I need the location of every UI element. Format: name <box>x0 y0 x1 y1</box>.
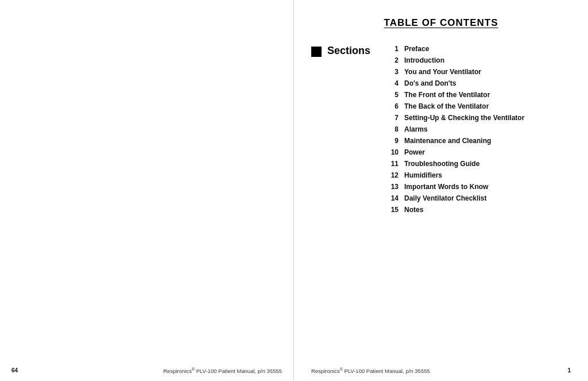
toc-row: 13Important Words to Know <box>386 183 571 191</box>
toc-body: Sections 1Preface2Introduction3You and Y… <box>311 45 571 364</box>
toc-row: 1Preface <box>386 45 571 53</box>
left-page-footer: 64 Respironics® PLV-100 Patient Manual, … <box>11 367 282 374</box>
toc-row: 12Humidifiers <box>386 171 571 179</box>
toc-title: TABLE OF CONTENTS <box>311 17 571 29</box>
sections-text: Sections <box>327 45 370 57</box>
toc-label: Important Words to Know <box>404 183 488 191</box>
toc-number: 6 <box>386 102 404 110</box>
toc-label: Alarms <box>404 125 428 133</box>
page-spread: 64 Respironics® PLV-100 Patient Manual, … <box>0 0 588 381</box>
toc-number: 2 <box>386 56 404 64</box>
sections-square-icon <box>311 47 322 57</box>
toc-label: Setting-Up & Checking the Ventilator <box>404 114 524 122</box>
toc-number: 1 <box>386 45 404 53</box>
toc-number: 12 <box>386 171 404 179</box>
left-page: 64 Respironics® PLV-100 Patient Manual, … <box>0 0 294 381</box>
toc-number: 5 <box>386 91 404 99</box>
toc-row: 6The Back of the Ventilator <box>386 102 571 110</box>
toc-label: The Front of the Ventilator <box>404 91 490 99</box>
toc-number: 15 <box>386 206 404 214</box>
right-page-number: 1 <box>567 367 571 374</box>
toc-label: Do's and Don'ts <box>404 79 456 87</box>
toc-row: 2Introduction <box>386 56 571 64</box>
toc-label: Notes <box>404 206 423 214</box>
toc-number: 7 <box>386 114 404 122</box>
toc-row: 3You and Your Ventilator <box>386 68 571 76</box>
toc-label: The Back of the Ventilator <box>404 102 489 110</box>
toc-label: Power <box>404 148 425 156</box>
right-footer-text: Respironics® PLV-100 Patient Manual, p/n… <box>311 367 430 374</box>
toc-label: Troubleshooting Guide <box>404 160 479 168</box>
toc-row: 15Notes <box>386 206 571 214</box>
toc-label: Introduction <box>404 56 444 64</box>
toc-number: 4 <box>386 79 404 87</box>
left-footer-text: Respironics® PLV-100 Patient Manual, p/n… <box>163 367 282 374</box>
toc-row: 10Power <box>386 148 571 156</box>
toc-number: 10 <box>386 148 404 156</box>
toc-label: Preface <box>404 45 429 53</box>
toc-row: 11Troubleshooting Guide <box>386 160 571 168</box>
toc-label: Humidifiers <box>404 171 442 179</box>
toc-label: Daily Ventilator Checklist <box>404 194 486 202</box>
toc-row: 8Alarms <box>386 125 571 133</box>
toc-row: 7Setting-Up & Checking the Ventilator <box>386 114 571 122</box>
toc-number: 8 <box>386 125 404 133</box>
toc-list: 1Preface2Introduction3You and Your Venti… <box>386 45 571 364</box>
toc-number: 9 <box>386 137 404 145</box>
right-page-footer: Respironics® PLV-100 Patient Manual, p/n… <box>311 364 571 374</box>
left-page-number: 64 <box>11 367 18 374</box>
right-page: TABLE OF CONTENTS Sections 1Preface2Intr… <box>294 0 588 381</box>
toc-row: 14Daily Ventilator Checklist <box>386 194 571 202</box>
toc-number: 3 <box>386 68 404 76</box>
sections-label: Sections <box>311 45 386 364</box>
toc-number: 14 <box>386 194 404 202</box>
toc-number: 13 <box>386 183 404 191</box>
toc-label: You and Your Ventilator <box>404 68 481 76</box>
toc-row: 9Maintenance and Cleaning <box>386 137 571 145</box>
toc-label: Maintenance and Cleaning <box>404 137 491 145</box>
toc-number: 11 <box>386 160 404 168</box>
toc-row: 4Do's and Don'ts <box>386 79 571 87</box>
toc-row: 5The Front of the Ventilator <box>386 91 571 99</box>
